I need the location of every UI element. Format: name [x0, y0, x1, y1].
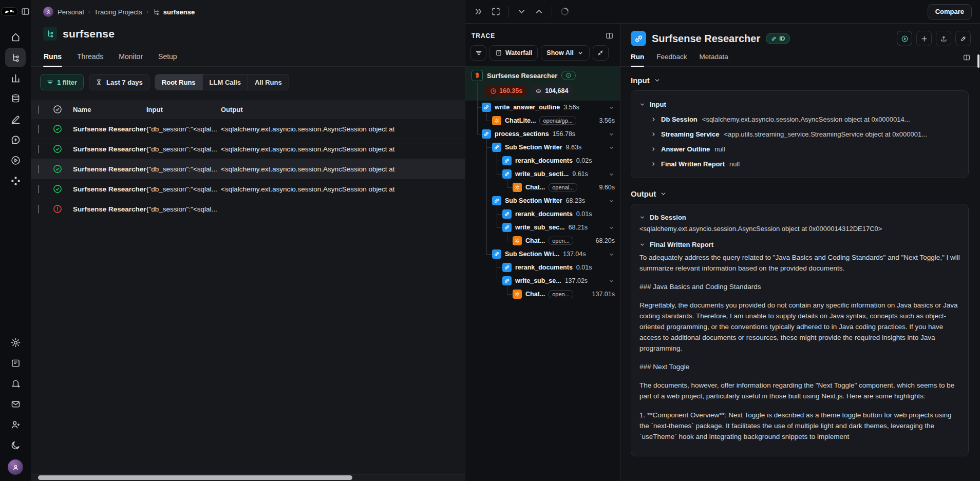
row-checkbox[interactable]: [38, 185, 39, 194]
select-all-checkbox[interactable]: [38, 105, 39, 114]
tree-connector: [507, 233, 507, 241]
chevron-down-icon[interactable]: [608, 144, 615, 151]
tab-feedback[interactable]: Feedback: [656, 53, 687, 66]
horizontal-scrollbar[interactable]: [31, 474, 465, 481]
edit-run-button[interactable]: [955, 31, 971, 46]
output-db-session-row[interactable]: Db Session: [639, 210, 960, 224]
vertical-scrollbar-thumb[interactable]: [977, 54, 979, 68]
chevron-up-icon[interactable]: [534, 7, 544, 16]
trace-tree-node[interactable]: rerank_documents0.01s: [465, 261, 620, 274]
trace-tree-node[interactable]: write_sub_se...137.02s: [465, 274, 620, 287]
datasets-icon[interactable]: [5, 89, 26, 108]
row-checkbox[interactable]: [38, 125, 39, 133]
tab-run[interactable]: Run: [631, 53, 644, 66]
chevron-down-icon[interactable]: [608, 251, 615, 258]
collapse-all-button[interactable]: [593, 45, 609, 61]
dashboards-icon[interactable]: [5, 68, 26, 88]
node-duration: 68.21s: [569, 224, 588, 231]
sidebar-collapse-icon[interactable]: [21, 7, 30, 16]
run-id-badge[interactable]: ID: [766, 33, 790, 44]
playground-icon[interactable]: [5, 150, 26, 170]
row-checkbox[interactable]: [38, 205, 39, 214]
segment-root-runs[interactable]: Root Runs: [155, 74, 203, 90]
split-panel-icon[interactable]: [963, 53, 971, 66]
trace-tree-node[interactable]: Chat...open...68.20s: [465, 234, 620, 247]
run-input-cell: {"db_session":"<sqlal...: [146, 165, 221, 173]
tracing-projects-icon[interactable]: [5, 48, 26, 67]
annotation-icon[interactable]: [5, 109, 26, 129]
output-report-row[interactable]: Final Written Report: [639, 238, 960, 251]
invite-user-icon[interactable]: [5, 415, 26, 434]
tree-connector: [497, 267, 502, 268]
input-section-heading[interactable]: Input: [631, 76, 969, 85]
tab-monitor[interactable]: Monitor: [118, 49, 143, 66]
compare-button[interactable]: Compare: [928, 4, 972, 20]
table-row[interactable]: Surfsense Researcher{"db_session":"<sqla…: [31, 139, 465, 159]
trace-tree-node[interactable]: Chat...open...137.01s: [465, 287, 620, 301]
chevron-down-icon[interactable]: [608, 224, 615, 231]
chevron-down-icon[interactable]: [608, 131, 615, 138]
show-all-dropdown[interactable]: Show All: [541, 45, 589, 61]
user-avatar[interactable]: [8, 459, 23, 475]
row-checkbox[interactable]: [38, 145, 39, 153]
chevron-down-icon[interactable]: [608, 198, 615, 204]
trace-tree-node[interactable]: rerank_documents0.01s: [465, 207, 620, 221]
input-field-row[interactable]: Answer Outlinenull: [639, 142, 960, 157]
tab-metadata[interactable]: Metadata: [700, 53, 728, 66]
node-label: Sub Section Writer: [505, 144, 562, 151]
trace-tree-node[interactable]: write_sub_sec...68.21s: [465, 221, 620, 234]
row-checkbox[interactable]: [38, 165, 39, 174]
trace-root-node[interactable]: Surfsense Researcher 160.35s 104,684: [465, 66, 620, 101]
home-icon[interactable]: [5, 27, 26, 47]
expand-icon[interactable]: [491, 7, 501, 16]
split-panel-icon[interactable]: [605, 31, 614, 40]
tab-runs[interactable]: Runs: [43, 49, 62, 66]
docs-icon[interactable]: [5, 353, 26, 373]
tree-connector: [486, 254, 492, 255]
breadcrumb-personal[interactable]: Personal: [58, 8, 84, 16]
table-row[interactable]: Surfsense Researcher{"db_session":"<sqla…: [31, 119, 465, 139]
tab-setup[interactable]: Setup: [158, 49, 178, 66]
date-range-chip[interactable]: Last 7 days: [89, 74, 149, 90]
input-field-row[interactable]: Final Written Reportnull: [639, 157, 960, 171]
segment-llm-calls[interactable]: LLM Calls: [203, 74, 248, 90]
settings-icon[interactable]: [5, 333, 26, 352]
feedback-icon[interactable]: [5, 130, 26, 149]
chevron-down-icon[interactable]: [517, 7, 526, 16]
chevron-down-icon[interactable]: [608, 171, 615, 178]
input-field-row[interactable]: Db Session<sqlalchemy.ext.asyncio.sessio…: [639, 112, 960, 127]
run-name-cell: Surfsense Researcher: [68, 185, 146, 193]
notifications-icon[interactable]: [5, 374, 26, 393]
breadcrumb-current[interactable]: surfsense: [153, 8, 195, 16]
breadcrumb-tracing-projects[interactable]: Tracing Projects: [94, 8, 142, 16]
input-field-row[interactable]: Streaming Service<app.utils.streaming_se…: [639, 127, 960, 142]
deployments-icon[interactable]: [5, 171, 26, 190]
chevron-down-icon[interactable]: [608, 278, 615, 284]
open-in-playground-button[interactable]: [897, 31, 912, 46]
add-to-dataset-button[interactable]: [916, 31, 932, 46]
tab-threads[interactable]: Threads: [77, 49, 104, 66]
filter-chip[interactable]: 1 filter: [40, 74, 84, 90]
scrollbar-thumb[interactable]: [38, 475, 352, 480]
trace-tree-node[interactable]: Chat...openai...9.60s: [465, 181, 620, 194]
output-section-heading[interactable]: Output: [631, 189, 969, 198]
trace-tree-node[interactable]: write_sub_secti...9.61s: [465, 167, 620, 181]
share-run-button[interactable]: [936, 31, 951, 46]
table-row[interactable]: Surfsense Researcher{"db_session":"<sqla…: [31, 199, 465, 219]
trace-filter-button[interactable]: [470, 45, 486, 61]
detail-content[interactable]: Input Input Db Session<sqlalchemy.ext.as…: [620, 67, 980, 481]
segment-all-runs[interactable]: All Runs: [248, 74, 289, 90]
tree-connector: [486, 140, 487, 254]
collapse-panel-icon[interactable]: [474, 7, 483, 16]
run-name-cell: Surfsense Researcher: [68, 125, 146, 133]
dark-mode-icon[interactable]: [5, 435, 26, 455]
mail-icon[interactable]: [5, 394, 26, 414]
trace-tree-node[interactable]: write_answer_outline3.56s: [465, 101, 620, 114]
table-row[interactable]: Surfsense Researcher{"db_session":"<sqla…: [31, 159, 465, 179]
trace-tree-node[interactable]: rerank_documents0.02s: [465, 154, 620, 167]
table-row[interactable]: Surfsense Researcher{"db_session":"<sqla…: [31, 179, 465, 199]
trace-tree-node[interactable]: process_sections156.78s: [465, 127, 620, 141]
chevron-down-icon[interactable]: [608, 104, 615, 111]
waterfall-button[interactable]: Waterfall: [489, 45, 538, 61]
input-root-row[interactable]: Input: [639, 97, 960, 112]
